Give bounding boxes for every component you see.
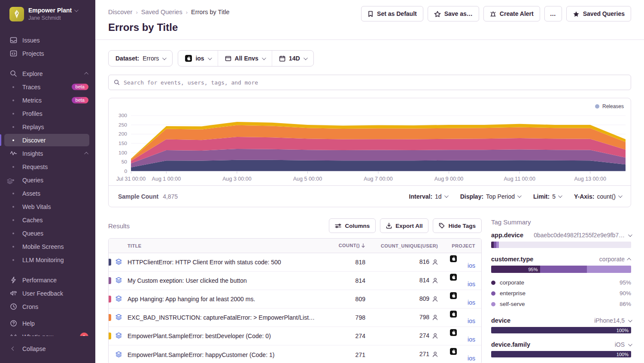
stack-icon[interactable]: [115, 314, 122, 321]
sidebar-item-queues[interactable]: Queues: [0, 227, 95, 240]
stack-icon[interactable]: [115, 277, 122, 284]
sidebar-item-traces[interactable]: Traces beta: [0, 80, 95, 94]
tag-value-dropdown[interactable]: 0baebc0de4982f1255f2e9e9fb7…: [534, 232, 631, 239]
table-row[interactable]: EXC_BAD_INSTRUCTION: captureFatalError: …: [109, 309, 481, 327]
set-as-default-button[interactable]: Set as Default: [361, 6, 423, 21]
date-range-filter[interactable]: 14D: [272, 51, 313, 66]
download-icon: [386, 223, 392, 229]
count-unique-value: 809: [371, 290, 444, 309]
tag-value-dropdown[interactable]: iOS: [615, 341, 631, 348]
error-title[interactable]: My Custom exeption: User clicked the but…: [122, 272, 331, 290]
events-chart[interactable]: 050100150200250300Jul 31 00:00Aug 1 00:0…: [109, 98, 631, 185]
table-row[interactable]: EmpowerPlant.SampleError: bestDeveloper …: [109, 327, 481, 345]
error-title[interactable]: EXC_BAD_INSTRUCTION: captureFatalError: …: [122, 309, 331, 327]
export-all-button[interactable]: Export All: [380, 218, 428, 233]
tag-distribution-bar[interactable]: 100%: [491, 351, 631, 357]
project-cell[interactable]: ios: [444, 253, 481, 272]
search-input[interactable]: [124, 79, 626, 86]
create-alert-button[interactable]: Create Alert: [483, 6, 540, 21]
siren-icon: [490, 11, 496, 17]
sidebar-item-user-feedback[interactable]: User Feedback: [0, 287, 95, 300]
projects-icon: [9, 50, 17, 57]
chevron-down-icon: [444, 194, 449, 198]
breadcrumb-discover[interactable]: Discover: [108, 9, 132, 15]
sidebar-item-llm-monitoring[interactable]: LLM Monitoring: [0, 253, 95, 266]
apple-icon: [450, 348, 457, 355]
sidebar-item-crons[interactable]: Crons: [0, 300, 95, 313]
col-title[interactable]: TITLE: [122, 239, 331, 253]
display-dropdown[interactable]: Display: Top Period: [460, 193, 520, 200]
user-icon: [432, 351, 438, 359]
org-logo: [9, 7, 24, 21]
tag-distribution-bar[interactable]: 100%: [491, 327, 631, 333]
error-title[interactable]: App Hanging: App hanging for at least 20…: [122, 290, 331, 309]
sidebar-item-discover[interactable]: Discover: [0, 133, 95, 147]
sidebar-item-web-vitals[interactable]: Web Vitals: [0, 200, 95, 213]
project-cell[interactable]: ios: [444, 309, 481, 327]
sidebar-item-issues[interactable]: Issues: [0, 33, 95, 47]
limit-dropdown[interactable]: Limit: 5: [533, 193, 561, 200]
more-actions-button[interactable]: …: [544, 6, 562, 21]
project-cell[interactable]: ios: [444, 272, 481, 290]
org-name[interactable]: Empower Plant: [28, 7, 72, 14]
tag-value-dropdown[interactable]: corporate: [599, 256, 631, 263]
sidebar-item-performance[interactable]: Performance: [0, 273, 95, 287]
col-count[interactable]: COUNT(): [331, 239, 371, 253]
dataset-selector[interactable]: Dataset: Errors: [108, 50, 173, 67]
project-filter[interactable]: ios: [178, 51, 217, 66]
sidebar-collapse[interactable]: Collapse: [9, 342, 88, 355]
chevron-down-icon: [628, 342, 632, 346]
chart-legend[interactable]: Releases: [595, 103, 624, 109]
sidebar-item-profiles[interactable]: Profiles: [0, 107, 95, 120]
svg-text:250: 250: [118, 122, 127, 128]
sidebar-item-help[interactable]: Help: [0, 317, 95, 330]
sidebar-item-insights[interactable]: Insights: [0, 147, 95, 160]
org-switcher[interactable]: Empower Plant Jane Schmidt: [0, 0, 95, 26]
yaxis-dropdown[interactable]: Y-Axis: count(): [574, 193, 621, 200]
table-row[interactable]: App Hanging: App hanging for at least 20…: [109, 290, 481, 309]
tag-section-device: device iPhone14,5 100%: [491, 317, 631, 333]
svg-text:50: 50: [122, 159, 128, 165]
sidebar-item-queries[interactable]: Queries: [0, 173, 95, 187]
sidebar-item-assets[interactable]: Assets: [0, 187, 95, 200]
error-title[interactable]: EmpowerPlant.SampleError: bestDeveloper …: [122, 327, 331, 345]
tag-value-dropdown[interactable]: iPhone14,5: [594, 317, 631, 324]
hide-tags-button[interactable]: Hide Tags: [433, 218, 482, 233]
table-row[interactable]: My Custom exeption: User clicked the but…: [109, 272, 481, 290]
table-row[interactable]: HTTPClientError: HTTP Client Error with …: [109, 253, 481, 272]
saved-queries-button[interactable]: Saved Queries: [566, 6, 631, 21]
stack-icon[interactable]: [115, 258, 122, 266]
error-title[interactable]: EmpowerPlant.SampleError: happyCustomer …: [122, 345, 331, 363]
sidebar-item-projects[interactable]: Projects: [0, 47, 95, 60]
col-count-unique[interactable]: COUNT_UNIQUE(USER): [371, 239, 444, 253]
columns-button[interactable]: Columns: [329, 218, 376, 233]
sidebar-item-replays[interactable]: Replays: [0, 120, 95, 133]
issues-icon: [9, 36, 17, 44]
breadcrumb-saved-queries[interactable]: Saved Queries: [141, 9, 182, 15]
col-project[interactable]: PROJECT: [444, 239, 481, 253]
environment-filter[interactable]: All Envs: [218, 51, 272, 66]
sidebar-item-mobile-screens[interactable]: Mobile Screens: [0, 240, 95, 253]
stack-icon[interactable]: [115, 351, 122, 359]
stack-icon[interactable]: [115, 295, 122, 303]
stack-icon[interactable]: [115, 332, 122, 340]
tag-distribution-bar[interactable]: [491, 242, 631, 248]
tag-legend-item[interactable]: corporate 95%: [491, 277, 631, 288]
sidebar-item-explore[interactable]: Explore: [0, 67, 95, 80]
sidebar-item-metrics[interactable]: Metrics beta: [0, 94, 95, 107]
project-cell[interactable]: ios: [444, 290, 481, 309]
table-row[interactable]: EmpowerPlant.SampleError: happyCustomer …: [109, 345, 481, 363]
main-area: Discover › Saved Queries › Errors by Tit…: [95, 0, 644, 363]
tag-distribution-bar[interactable]: 95%: [491, 266, 631, 273]
sidebar-item-whats-new[interactable]: What's new 1: [0, 330, 95, 336]
project-cell[interactable]: ios: [444, 345, 481, 363]
save-as-button[interactable]: Save as…: [428, 6, 479, 21]
sidebar-item-requests[interactable]: Requests: [0, 160, 95, 173]
series-color-chip: [109, 333, 111, 339]
tag-legend-item[interactable]: enterprise 90%: [491, 288, 631, 299]
tag-legend-item[interactable]: self-serve 86%: [491, 299, 631, 309]
error-title[interactable]: HTTPClientError: HTTP Client Error with …: [122, 253, 331, 272]
interval-dropdown[interactable]: Interval: 1d: [409, 193, 447, 200]
sidebar-item-caches[interactable]: Caches: [0, 213, 95, 227]
project-cell[interactable]: ios: [444, 327, 481, 345]
